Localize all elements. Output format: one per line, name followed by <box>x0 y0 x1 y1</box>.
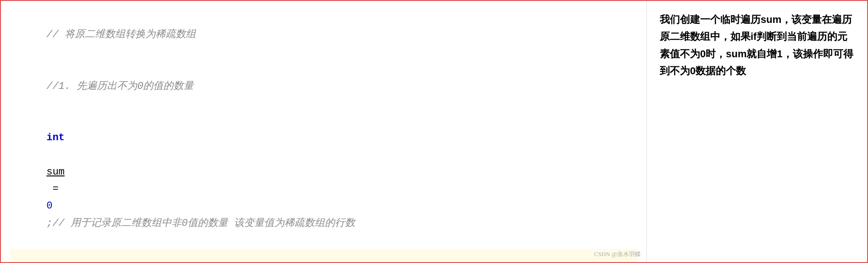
keyword-int-1: int <box>46 132 65 143</box>
code-panel: // 将原二维数组转换为稀疏数组 //1. 先遍历出不为0的值的数量 int s… <box>1 1 647 262</box>
var-sum: sum <box>46 166 65 178</box>
number-0-1: 0 <box>46 200 52 212</box>
code-line-4: for ( int i = 0 ; i < chessArr. length ;… <box>10 249 637 262</box>
main-container: // 将原二维数组转换为稀疏数组 //1. 先遍历出不为0的值的数量 int s… <box>0 0 868 263</box>
code-line-1: // 将原二维数组转换为稀疏数组 <box>10 9 637 60</box>
inline-comment-1: ;// 用于记录原二维数组中非0值的数量 该变量值为稀疏数组的行数 <box>46 218 355 229</box>
comment-2: //1. 先遍历出不为0的值的数量 <box>46 81 194 92</box>
watermark: CSDN @洛水羽蝶 <box>594 250 641 258</box>
explanation-panel: 我们创建一个临时遍历sum，该变量在遍历原二维数组中，如果if判断到当前遍历的元… <box>647 1 867 262</box>
code-line-3: int sum = 0 ;// 用于记录原二维数组中非0值的数量 该变量值为稀疏… <box>10 112 637 249</box>
comment-1: // 将原二维数组转换为稀疏数组 <box>46 29 196 40</box>
code-line-2: //1. 先遍历出不为0的值的数量 <box>10 60 637 112</box>
explanation-text: 我们创建一个临时遍历sum，该变量在遍历原二维数组中，如果if判断到当前遍历的元… <box>660 11 854 80</box>
